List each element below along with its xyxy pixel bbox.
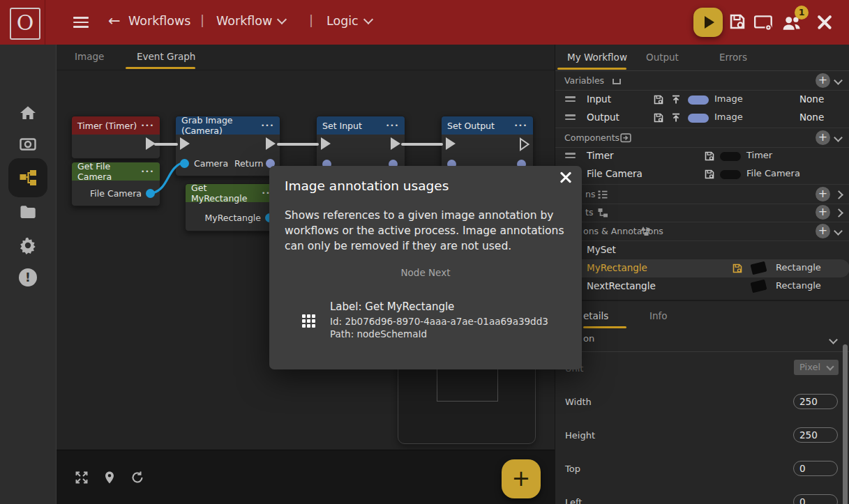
section-title: Variables — [564, 75, 604, 86]
component-type: File Camera — [746, 168, 800, 178]
sidebar-item-alerts-icon[interactable]: ! — [19, 268, 37, 287]
exec-in-pin[interactable] — [180, 137, 190, 150]
add-button[interactable]: + — [816, 187, 830, 201]
variable-value: None — [799, 93, 824, 105]
tab-details-fragment[interactable]: etails — [583, 310, 608, 321]
width-input[interactable] — [793, 394, 838, 409]
app-logo[interactable]: O — [10, 8, 40, 40]
exec-in-pin[interactable] — [321, 137, 331, 150]
node-get-file-camera[interactable]: Get File Camera••• File Camera — [71, 162, 160, 206]
variable-row[interactable]: Input Image None — [555, 91, 849, 109]
add-button[interactable]: + — [816, 205, 830, 220]
app-window: O ← Workflows | Workflow | Logic 1 ! Ima… — [0, 0, 849, 504]
component-name: Timer — [587, 150, 614, 161]
close-icon[interactable] — [558, 170, 573, 185]
breadcrumb-logic-dropdown[interactable]: Logic — [326, 14, 372, 28]
type-pill — [688, 96, 709, 105]
left-input[interactable] — [793, 494, 838, 504]
usage-label: Label: Get MyRectangle — [330, 300, 454, 313]
promote-icon[interactable] — [670, 94, 682, 105]
screen-settings-icon[interactable] — [753, 14, 774, 32]
drag-handle-icon[interactable] — [565, 114, 576, 121]
save-link-icon[interactable] — [732, 263, 743, 274]
hamburger-menu-icon[interactable] — [73, 17, 89, 28]
collapse-chevron-icon[interactable] — [834, 76, 843, 85]
wire-setinput-to-setoutput — [401, 143, 443, 146]
scrollbar[interactable] — [843, 344, 848, 504]
node-menu-icon[interactable]: ••• — [261, 122, 274, 129]
exec-out-pin[interactable] — [266, 137, 276, 150]
run-workflow-button[interactable] — [693, 8, 723, 37]
collapse-chevron-icon[interactable] — [834, 133, 843, 142]
node-get-my-rectangle[interactable]: Get MyRectangle••• MyRectangle — [185, 183, 281, 231]
node-menu-icon[interactable]: ••• — [514, 122, 527, 129]
node-grab-image[interactable]: Grab Image (Camera)••• Camera Return — [175, 116, 280, 176]
add-component-button[interactable]: + — [816, 130, 830, 145]
expand-chevron-icon[interactable] — [834, 208, 843, 217]
add-node-button[interactable]: + — [502, 459, 541, 498]
exec-out-pin[interactable] — [391, 137, 400, 150]
save-link-icon[interactable] — [704, 169, 715, 180]
back-arrow-icon[interactable]: ← — [108, 13, 121, 29]
tab-output[interactable]: Output — [646, 52, 679, 63]
fit-view-icon[interactable] — [75, 471, 89, 484]
add-annotation-button[interactable]: + — [816, 224, 830, 238]
breadcrumb-workflow-dropdown[interactable]: Workflow — [216, 14, 285, 28]
sidebar-item-settings-icon[interactable] — [19, 236, 37, 254]
height-input[interactable] — [793, 427, 838, 443]
components-icon — [619, 132, 632, 144]
logo-divider — [45, 0, 45, 45]
active-tab-underline — [126, 67, 195, 69]
port-out-file-camera[interactable] — [146, 189, 155, 198]
breadcrumb-workflows[interactable]: Workflows — [128, 14, 190, 28]
annotation-set-row[interactable]: MySet — [555, 241, 849, 259]
breadcrumb-separator: | — [200, 13, 204, 27]
port-label: MyRectangle — [205, 213, 261, 223]
active-tab-underline — [557, 68, 626, 70]
port-in-camera[interactable] — [180, 159, 189, 168]
annotation-row[interactable]: NextRectangle Rectangle — [555, 277, 849, 296]
variable-row[interactable]: Output Image None — [555, 109, 849, 127]
expand-chevron-icon[interactable] — [834, 190, 843, 199]
section-title-fragment: ns — [585, 189, 595, 199]
exec-out-pin-unconnected[interactable] — [519, 137, 530, 151]
annotation-name: NextRectangle — [587, 280, 656, 291]
node-timer[interactable]: Timer (Timer)••• — [71, 116, 160, 159]
tab-errors[interactable]: Errors — [719, 52, 747, 63]
refresh-icon[interactable] — [130, 471, 144, 484]
sidebar-item-files-icon[interactable] — [19, 203, 37, 221]
save-link-icon[interactable] — [704, 151, 715, 162]
promote-icon[interactable] — [670, 112, 682, 123]
component-row[interactable]: File Camera File Camera — [555, 165, 849, 183]
sidebar-item-camera-icon[interactable] — [19, 135, 37, 153]
collapse-chevron-icon[interactable] — [829, 335, 838, 344]
exec-in-pin[interactable] — [446, 137, 456, 150]
node-menu-icon[interactable]: ••• — [386, 122, 399, 129]
collapse-chevron-icon[interactable] — [834, 227, 843, 236]
tab-event-graph[interactable]: Event Graph — [137, 51, 195, 62]
drag-handle-icon[interactable] — [565, 153, 576, 159]
node-menu-icon[interactable]: ••• — [141, 168, 154, 175]
dialog-title: Image annotation usages — [285, 178, 449, 193]
save-link-icon[interactable] — [653, 94, 664, 105]
node-menu-icon[interactable]: ••• — [141, 122, 154, 129]
tab-image[interactable]: Image — [75, 51, 104, 62]
unit-select[interactable]: Pixel — [794, 360, 839, 375]
annotation-row-selected[interactable]: MyRectangle Rectangle — [555, 259, 849, 277]
tab-my-workflow[interactable]: My Workflow — [567, 52, 627, 63]
left-label: Left — [565, 497, 582, 504]
sidebar-item-workflows-active[interactable] — [8, 158, 47, 197]
top-input[interactable] — [793, 461, 838, 476]
save-link-icon[interactable] — [728, 13, 746, 31]
save-link-icon[interactable] — [653, 112, 664, 123]
variable-type: Image — [714, 112, 743, 122]
locate-icon[interactable] — [103, 471, 117, 484]
component-row[interactable]: Timer Timer — [555, 147, 849, 165]
drag-handle-icon[interactable] — [565, 96, 576, 102]
tools-close-icon[interactable] — [816, 14, 833, 31]
add-variable-button[interactable]: + — [816, 73, 830, 88]
sidebar-item-home-icon[interactable] — [19, 104, 37, 122]
tab-info[interactable]: Info — [649, 310, 668, 321]
section-collapsed-1: ns + — [555, 184, 849, 204]
usage-path: Path: nodeSchemaId — [330, 328, 427, 339]
